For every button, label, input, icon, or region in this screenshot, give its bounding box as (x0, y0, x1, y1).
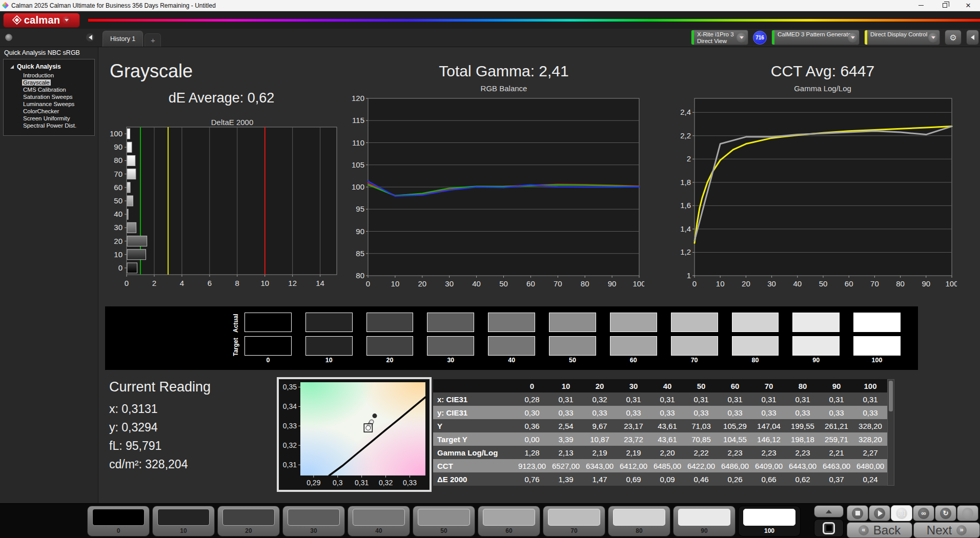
pattern-patch-60[interactable]: 60 (478, 506, 540, 536)
target-swatch-30 (427, 336, 474, 356)
table-row: Target Y0,003,3910,8723,7243,6170,85104,… (433, 432, 887, 446)
minimize-button[interactable] (909, 0, 933, 11)
tab-history-1[interactable]: History 1 (103, 31, 143, 47)
pin-icon[interactable] (5, 34, 12, 41)
pattern-patch-80[interactable]: 80 (608, 506, 670, 536)
table-col-header-50: 50 (684, 379, 718, 392)
pattern-patch-20[interactable]: 20 (217, 506, 280, 536)
table-cell: 43,61 (650, 432, 684, 446)
meter-dropdown[interactable]: X-Rite i1Pro 3 Direct View (691, 30, 748, 45)
swatch-level-label: 20 (366, 357, 414, 364)
sidebar-item-grayscale[interactable]: Grayscale (6, 79, 92, 86)
pattern-patch-90[interactable]: 90 (673, 506, 736, 536)
next-button[interactable]: Next » (913, 522, 980, 538)
swatch-column-90: 90 (792, 313, 840, 364)
sidebar-item-spectral-power-dist-[interactable]: Spectral Power Dist. (6, 122, 92, 129)
actual-swatch-30 (427, 313, 474, 332)
table-cell: 199,55 (786, 419, 820, 432)
actual-swatch-40 (488, 313, 535, 332)
table-cell: 0,66 (752, 472, 786, 486)
table-scrollbar[interactable] (887, 379, 894, 486)
table-cell: 6527,00 (549, 459, 583, 472)
table-cell: 0,33 (617, 406, 650, 419)
svg-text:85: 85 (356, 249, 364, 258)
svg-text:90: 90 (922, 279, 930, 288)
continuous-button[interactable]: ∞ (913, 505, 934, 521)
pattern-patch-50[interactable]: 50 (413, 506, 475, 536)
patch-level-label: 20 (218, 527, 279, 534)
play-button[interactable] (869, 505, 890, 521)
pattern-patch-100[interactable]: 100 (738, 506, 801, 536)
calman-logo-button[interactable]: calman (3, 13, 80, 28)
svg-text:0,35: 0,35 (283, 383, 297, 391)
svg-text:12: 12 (288, 279, 297, 287)
meter-count-badge[interactable]: 716 (753, 31, 767, 45)
display-control-dropdown[interactable]: Direct Display Control (864, 30, 940, 45)
workflow-tree: Quick Analysis IntroductionGrayscaleCMS … (3, 59, 95, 136)
sidebar-collapse-button[interactable] (86, 33, 94, 42)
svg-text:1,8: 1,8 (680, 178, 691, 187)
refresh-button[interactable]: ↻ (935, 505, 956, 521)
table-cell: 0,31 (820, 392, 853, 406)
svg-text:2,4: 2,4 (680, 108, 691, 116)
stop-button[interactable] (847, 505, 868, 521)
svg-text:100: 100 (352, 182, 364, 191)
table-cell: 0,31 (786, 392, 820, 406)
pattern-window-button[interactable] (814, 519, 844, 537)
table-cell: 147,04 (752, 419, 786, 432)
svg-text:20: 20 (114, 237, 122, 245)
svg-text:50: 50 (819, 279, 828, 288)
restore-button[interactable] (933, 0, 956, 11)
sidebar-item-introduction[interactable]: Introduction (6, 72, 92, 79)
table-cell: 2,19 (617, 446, 650, 459)
table-row-label: x: CIE31 (433, 392, 515, 406)
pattern-generator-dropdown[interactable]: CalMED 3 Pattern Generator (771, 30, 860, 45)
blank-button[interactable] (957, 505, 978, 521)
table-cell: 328,20 (853, 432, 887, 446)
table-row-label: Y (433, 419, 515, 432)
double-chevron-right-icon: » (956, 525, 967, 535)
pattern-patch-70[interactable]: 70 (543, 506, 605, 536)
svg-text:0,31: 0,31 (283, 461, 297, 469)
settings-button[interactable]: ⚙ (945, 30, 962, 45)
table-cell: 2,54 (549, 419, 583, 432)
new-tab-button[interactable]: + (145, 33, 161, 47)
pattern-bar: 0102030405060708090100 [··]∞↻ « Back Nex… (0, 503, 980, 538)
sidebar-item-colorchecker[interactable]: ColorChecker (6, 108, 92, 115)
svg-text:30: 30 (445, 279, 454, 288)
patch-level-label: 90 (673, 527, 735, 534)
pattern-patch-0[interactable]: 0 (87, 506, 150, 536)
table-row: ΔE 20000,761,391,470,690,090,460,260,660… (433, 472, 887, 486)
svg-text:30: 30 (767, 279, 776, 288)
reading-y: y: 0,3294 (109, 421, 211, 434)
back-button[interactable]: « Back (847, 522, 912, 538)
sidebar-item-luminance-sweeps[interactable]: Luminance Sweeps (6, 100, 92, 108)
svg-text:60: 60 (845, 279, 853, 288)
svg-text:90: 90 (356, 227, 364, 236)
svg-text:0,33: 0,33 (283, 422, 297, 430)
sidebar: Quick Analysis NBC sRGB Quick Analysis I… (0, 47, 98, 503)
pattern-patch-30[interactable]: 30 (282, 506, 345, 536)
table-cell: 0,33 (786, 406, 820, 419)
panel-collapse-button[interactable] (966, 30, 979, 45)
svg-text:80: 80 (114, 156, 122, 164)
svg-text:80: 80 (356, 271, 364, 280)
pattern-window-button[interactable]: [··] (891, 505, 912, 521)
target-swatch-60 (610, 336, 657, 356)
pattern-patch-10[interactable]: 10 (152, 506, 215, 536)
table-cell: 3,39 (549, 432, 583, 446)
patch-level-label: 0 (88, 527, 149, 534)
svg-text:0: 0 (692, 279, 697, 288)
table-cell: 146,12 (752, 432, 786, 446)
pattern-bar-expand-button[interactable] (814, 505, 844, 518)
sidebar-item-screen-uniformity[interactable]: Screen Uniformity (6, 115, 92, 122)
tree-root-quick-analysis[interactable]: Quick Analysis (6, 63, 92, 70)
pattern-patch-40[interactable]: 40 (348, 506, 410, 536)
target-swatch-40 (488, 336, 535, 356)
close-button[interactable]: × (956, 0, 980, 11)
table-row-label: Target Y (433, 432, 515, 446)
sidebar-item-saturation-sweeps[interactable]: Saturation Sweeps (6, 93, 92, 100)
logo-menu-caret[interactable] (63, 16, 71, 24)
patch-level-label: 10 (153, 527, 214, 534)
sidebar-item-cms-calibration[interactable]: CMS Calibration (6, 86, 92, 93)
